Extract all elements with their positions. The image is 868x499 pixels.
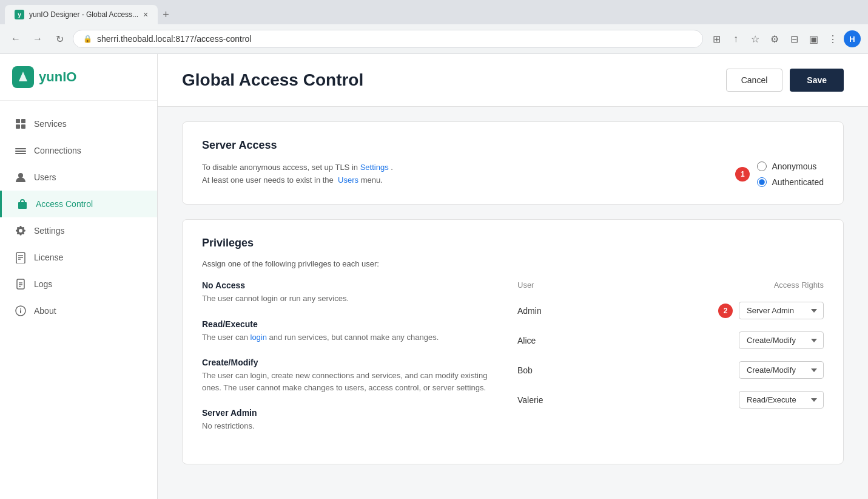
connections-icon: [15, 144, 27, 157]
sidebar-item-logs[interactable]: Logs: [0, 271, 157, 297]
server-access-card: Server Access To disable anonymous acces…: [182, 121, 844, 205]
sidebar-nav: Services Connections Users Access Contro…: [0, 101, 157, 499]
profile-button[interactable]: H: [844, 30, 861, 47]
translate-button[interactable]: ⊞: [708, 30, 725, 47]
table-row: Admin 2 Server Admin Create/Modify Read/…: [517, 302, 824, 319]
column-user-header: User: [517, 280, 534, 290]
sidebar-item-logs-label: Logs: [34, 279, 52, 289]
browser-chrome: y yunIO Designer - Global Access... × + …: [0, 0, 868, 54]
privilege-server-admin-name: Server Admin: [202, 408, 493, 418]
anonymous-radio[interactable]: [757, 161, 767, 171]
logo-icon: [12, 66, 34, 88]
sidebar-item-connections[interactable]: Connections: [0, 137, 157, 164]
svg-rect-2: [16, 124, 20, 129]
sidebar-item-services-label: Services: [34, 119, 67, 129]
about-icon: [15, 305, 27, 317]
save-button[interactable]: Save: [790, 69, 844, 92]
app-container: yunIO Services Connections Users: [0, 54, 868, 499]
server-access-radio-group: Anonymous Authenticated: [757, 161, 824, 187]
user-access-rights: User Access Rights Admin 2 Server Admin …: [517, 280, 824, 447]
svg-rect-17: [20, 310, 21, 313]
valerie-access-select[interactable]: Read/Execute Server Admin Create/Modify …: [739, 391, 824, 409]
page-title: Global Access Control: [182, 70, 363, 90]
address-bar[interactable]: 🔒 sherri.theobald.local:8177/access-cont…: [73, 30, 703, 48]
sidebar-item-license[interactable]: License: [0, 244, 157, 271]
badge-2: 2: [718, 304, 733, 318]
new-tab-button[interactable]: +: [158, 6, 174, 24]
browser-tabs: y yunIO Designer - Global Access... × +: [0, 0, 868, 24]
sidebar-item-settings-label: Settings: [34, 226, 65, 236]
svg-point-7: [18, 173, 23, 178]
sidebar-item-license-label: License: [34, 253, 63, 262]
radio-group-container: 1 Anonymous Authenticated: [757, 161, 824, 187]
bookmark-button[interactable]: ☆: [747, 30, 764, 47]
server-access-description: To disable anonymous access, set up TLS …: [202, 161, 393, 187]
privilege-read-execute-desc: The user can login and run services, but…: [202, 331, 493, 344]
sidebar: yunIO Services Connections Users: [0, 54, 158, 499]
logs-icon: [15, 278, 27, 290]
users-link[interactable]: Users: [338, 175, 358, 185]
anonymous-label: Anonymous: [772, 161, 816, 171]
sidebar-item-access-control-label: Access Control: [36, 199, 93, 209]
authenticated-label: Authenticated: [772, 177, 824, 187]
header-actions: Cancel Save: [726, 69, 844, 92]
table-row: Valerie Read/Execute Server Admin Create…: [517, 391, 824, 409]
sidebar-item-about[interactable]: About: [0, 297, 157, 324]
server-access-title: Server Access: [202, 139, 824, 152]
sidebar-item-access-control[interactable]: Access Control: [0, 191, 157, 217]
sidebar-item-settings[interactable]: Settings: [0, 217, 157, 244]
valerie-row-right: Read/Execute Server Admin Create/Modify …: [739, 391, 824, 409]
user-name-admin: Admin: [517, 306, 542, 316]
privilege-create-modify-desc: The user can login, create new connectio…: [202, 370, 493, 393]
authenticated-radio[interactable]: [757, 177, 767, 187]
privilege-server-admin-desc: No restrictions.: [202, 420, 493, 432]
anonymous-option[interactable]: Anonymous: [757, 161, 816, 171]
sidebar-item-users-label: Users: [34, 172, 56, 182]
admin-row-right: 2 Server Admin Create/Modify Read/Execut…: [718, 302, 824, 319]
tab-close-button[interactable]: ×: [143, 10, 148, 19]
forward-button[interactable]: →: [29, 30, 46, 47]
login-link[interactable]: login: [251, 333, 267, 342]
admin-access-select[interactable]: Server Admin Create/Modify Read/Execute …: [739, 302, 824, 319]
alice-row-right: Create/Modify Server Admin Read/Execute …: [739, 331, 824, 349]
reload-button[interactable]: ↻: [51, 30, 68, 47]
extensions-button[interactable]: ⚙: [766, 30, 783, 47]
sidebar-item-connections-label: Connections: [34, 146, 81, 155]
cancel-button[interactable]: Cancel: [726, 69, 783, 92]
user-name-bob: Bob: [517, 365, 533, 375]
sidebar-logo: yunIO: [0, 54, 157, 101]
server-access-content: To disable anonymous access, set up TLS …: [202, 161, 824, 187]
menu-button[interactable]: ⋮: [824, 30, 841, 47]
back-button[interactable]: ←: [7, 30, 24, 47]
sidebar-item-services[interactable]: Services: [0, 110, 157, 137]
page-header: Global Access Control Cancel Save: [158, 54, 868, 107]
content-area: Server Access To disable anonymous acces…: [158, 107, 868, 479]
svg-rect-0: [16, 119, 20, 123]
authenticated-option[interactable]: Authenticated: [757, 177, 824, 187]
privilege-read-execute: Read/Execute The user can login and run …: [202, 319, 493, 344]
bob-row-right: Create/Modify Server Admin Read/Execute …: [739, 361, 824, 379]
sidebar-toggle-button[interactable]: ▣: [805, 30, 822, 47]
privilege-read-execute-name: Read/Execute: [202, 319, 493, 329]
main-content: Global Access Control Cancel Save Server…: [158, 54, 868, 499]
tab-title: yunIO Designer - Global Access...: [29, 10, 138, 19]
alice-access-select[interactable]: Create/Modify Server Admin Read/Execute …: [739, 331, 824, 349]
privilege-no-access: No Access The user cannot login or run a…: [202, 280, 493, 305]
more-tools-button[interactable]: ⊟: [786, 30, 802, 47]
table-row: Bob Create/Modify Server Admin Read/Exec…: [517, 361, 824, 379]
svg-rect-8: [16, 253, 25, 263]
settings-icon: [15, 225, 27, 237]
user-name-alice: Alice: [517, 336, 536, 345]
logo-text: yunIO: [39, 69, 76, 85]
share-button[interactable]: ↑: [727, 30, 744, 47]
active-tab[interactable]: y yunIO Designer - Global Access... ×: [5, 5, 158, 24]
tab-favicon: y: [15, 10, 24, 19]
users-icon: [15, 171, 27, 183]
browser-nav: ← → ↻ 🔒 sherri.theobald.local:8177/acces…: [0, 24, 868, 53]
settings-link[interactable]: Settings: [360, 163, 389, 172]
bob-access-select[interactable]: Create/Modify Server Admin Read/Execute …: [739, 361, 824, 379]
lock-icon: 🔒: [83, 35, 92, 43]
privileges-header: User Access Rights: [517, 280, 824, 290]
sidebar-item-users[interactable]: Users: [0, 164, 157, 191]
sidebar-item-about-label: About: [34, 306, 56, 316]
